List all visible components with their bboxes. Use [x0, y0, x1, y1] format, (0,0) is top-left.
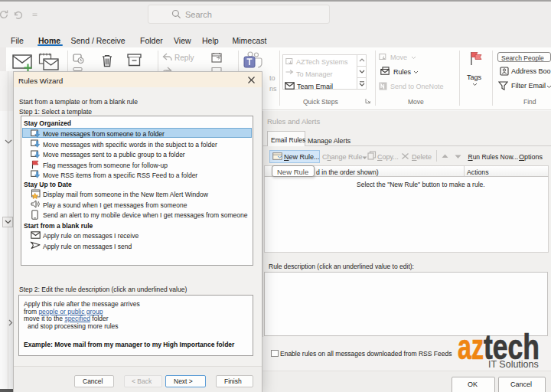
- svg-text:tech: tech: [484, 329, 540, 361]
- svg-text:az: az: [458, 329, 484, 361]
